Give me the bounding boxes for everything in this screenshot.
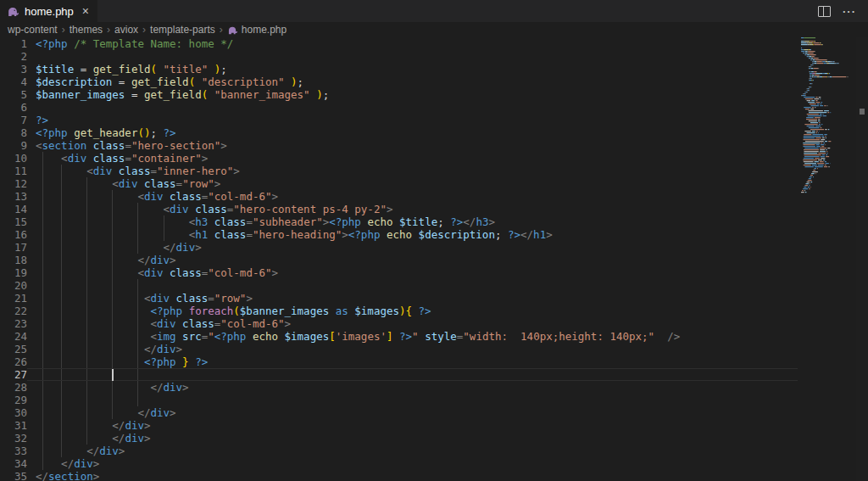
indent-guide bbox=[42, 203, 43, 215]
line-number: 17 bbox=[0, 241, 27, 254]
indent-guide bbox=[137, 215, 138, 228]
code-line-content[interactable]: $banner_images = get_field( "banner_imag… bbox=[27, 88, 798, 101]
code-line-content[interactable]: <div class="col-md-6"> bbox=[27, 190, 798, 203]
code-line[interactable]: 1<?php /* Template Name: home */ bbox=[0, 37, 868, 50]
code-line-content[interactable]: <div class="row"> bbox=[27, 177, 798, 190]
code-line[interactable]: 5$banner_images = get_field( "banner_ima… bbox=[0, 88, 868, 101]
code-line[interactable]: 4$description = get_field( "description"… bbox=[0, 76, 868, 88]
code-line[interactable]: 20 bbox=[0, 279, 868, 292]
code-line[interactable]: 22 <?php foreach($banner_images as $imag… bbox=[0, 305, 868, 317]
code-line-content[interactable]: <div class="col-md-6"> bbox=[27, 317, 798, 330]
code-editor[interactable]: 1<?php /* Template Name: home */23$title… bbox=[0, 37, 868, 481]
code-line-content[interactable]: <div class="container"> bbox=[27, 152, 798, 165]
code-line-content[interactable] bbox=[27, 50, 798, 63]
minimap[interactable] bbox=[798, 37, 856, 481]
scrollbar[interactable] bbox=[856, 37, 868, 481]
code-line-content[interactable]: <?php get_header(); ?> bbox=[27, 126, 798, 139]
code-line[interactable]: 21 <div class="row"> bbox=[0, 292, 868, 305]
indent-guide bbox=[61, 203, 62, 215]
code-line-content[interactable]: </div> bbox=[27, 432, 798, 445]
indent-guide bbox=[61, 177, 62, 190]
code-line-content[interactable]: <div class="inner-hero"> bbox=[27, 165, 798, 177]
code-line-content[interactable]: </div> bbox=[27, 254, 798, 266]
code-line-content[interactable]: <div class="row"> bbox=[27, 292, 798, 305]
breadcrumb-item-template-parts[interactable]: template-parts bbox=[150, 24, 215, 36]
more-actions-icon[interactable]: ··· bbox=[843, 5, 856, 18]
code-line-content[interactable]: </div> bbox=[27, 406, 798, 419]
code-line-content[interactable]: <?php foreach($banner_images as $images)… bbox=[27, 305, 798, 317]
code-line-content[interactable]: <h1 class="hero-heading"><?php echo $des… bbox=[27, 228, 798, 241]
code-line-content[interactable]: <h3 class="subheader"><?php echo $title;… bbox=[27, 215, 798, 228]
code-line-content[interactable]: <img src="<?php echo $images['images'] ?… bbox=[27, 330, 798, 343]
code-line-content[interactable]: <div class="hero-content ps-4 py-2"> bbox=[27, 203, 798, 215]
code-line-content[interactable]: </div> bbox=[27, 445, 798, 457]
code-line[interactable]: 30 </div> bbox=[0, 406, 868, 419]
code-line[interactable]: 28 </div> bbox=[0, 381, 868, 394]
code-line-content[interactable]: <?php /* Template Name: home */ bbox=[27, 37, 798, 50]
code-line[interactable]: 13 <div class="col-md-6"> bbox=[0, 190, 868, 203]
code-line-content[interactable]: <section class="hero-section"> bbox=[27, 139, 798, 152]
code-line[interactable]: 31 </div> bbox=[0, 419, 868, 432]
tab-close-icon[interactable]: × bbox=[82, 5, 89, 17]
code-line[interactable]: 7?> bbox=[0, 114, 868, 126]
indent-guide bbox=[42, 292, 43, 305]
code-line[interactable]: 15 <h3 class="subheader"><?php echo $tit… bbox=[0, 215, 868, 228]
tab-home-php[interactable]: home.php × bbox=[0, 0, 98, 22]
code-line[interactable]: 12 <div class="row"> bbox=[0, 177, 868, 190]
code-line[interactable]: 32 </div> bbox=[0, 432, 868, 445]
breadcrumb-item-label: themes bbox=[70, 24, 103, 36]
code-line[interactable]: 3$title = get_field( "title" ); bbox=[0, 63, 868, 76]
code-line[interactable]: 35</section> bbox=[0, 470, 868, 481]
breadcrumb-item-home.php[interactable]: home.php bbox=[227, 24, 287, 36]
code-line[interactable]: 26 <?php } ?> bbox=[0, 355, 868, 368]
line-number: 27 bbox=[0, 368, 27, 381]
line-number: 13 bbox=[0, 190, 27, 203]
code-line[interactable]: 2 bbox=[0, 50, 868, 63]
code-line-content[interactable] bbox=[27, 101, 798, 114]
indent-guide bbox=[61, 432, 62, 445]
code-line[interactable]: 29 bbox=[0, 394, 868, 406]
code-line-content[interactable]: $description = get_field( "description" … bbox=[27, 76, 798, 88]
code-line[interactable]: 14 <div class="hero-content ps-4 py-2"> bbox=[0, 203, 868, 215]
code-line[interactable]: 34 </div> bbox=[0, 457, 868, 470]
code-line-content[interactable] bbox=[27, 394, 798, 406]
breadcrumb-item-aviox[interactable]: aviox bbox=[114, 24, 138, 36]
code-line-content[interactable]: <div class="col-md-6"> bbox=[27, 266, 798, 279]
code-line[interactable]: 17 </div> bbox=[0, 241, 868, 254]
code-line[interactable]: 24 <img src="<?php echo $images['images'… bbox=[0, 330, 868, 343]
code-line-content[interactable]: </div> bbox=[27, 241, 798, 254]
split-editor-icon[interactable] bbox=[818, 6, 831, 17]
code-line-content[interactable]: </div> bbox=[27, 419, 798, 432]
code-line-content[interactable]: $title = get_field( "title" ); bbox=[27, 63, 798, 76]
code-line[interactable]: 18 </div> bbox=[0, 254, 868, 266]
code-line[interactable]: 11 <div class="inner-hero"> bbox=[0, 165, 868, 177]
code-line[interactable]: 10 <div class="container"> bbox=[0, 152, 868, 165]
indent-guide bbox=[112, 317, 113, 330]
code-line[interactable]: 25 </div> bbox=[0, 343, 868, 355]
code-line[interactable]: 9<section class="hero-section"> bbox=[0, 139, 868, 152]
line-number: 14 bbox=[0, 203, 27, 215]
code-line-content[interactable]: <?php } ?> bbox=[27, 355, 798, 368]
code-line-content[interactable]: </div> bbox=[27, 381, 798, 394]
code-line[interactable]: 23 <div class="col-md-6"> bbox=[0, 317, 868, 330]
line-number: 19 bbox=[0, 266, 27, 279]
indent-guide bbox=[61, 254, 62, 266]
code-line[interactable]: 19 <div class="col-md-6"> bbox=[0, 266, 868, 279]
code-line-content[interactable] bbox=[27, 368, 798, 381]
text-cursor bbox=[112, 369, 114, 381]
code-line[interactable]: 8<?php get_header(); ?> bbox=[0, 126, 868, 139]
code-line[interactable]: 16 <h1 class="hero-heading"><?php echo $… bbox=[0, 228, 868, 241]
code-line-content[interactable]: </div> bbox=[27, 457, 798, 470]
breadcrumb-item-wp-content[interactable]: wp-content bbox=[8, 24, 58, 36]
code-line-content[interactable]: ?> bbox=[27, 114, 798, 126]
code-line-content[interactable] bbox=[27, 279, 798, 292]
breadcrumb-item-themes[interactable]: themes bbox=[70, 24, 103, 36]
code-line[interactable]: 33 </div> bbox=[0, 445, 868, 457]
indent-guide bbox=[112, 241, 113, 254]
indent-guide bbox=[42, 330, 43, 343]
code-line[interactable]: 6 bbox=[0, 101, 868, 114]
tab-strip-empty bbox=[98, 0, 818, 22]
code-line-content[interactable]: </div> bbox=[27, 343, 798, 355]
code-line-content[interactable]: </section> bbox=[27, 470, 798, 481]
code-line[interactable]: 27 bbox=[0, 368, 868, 381]
